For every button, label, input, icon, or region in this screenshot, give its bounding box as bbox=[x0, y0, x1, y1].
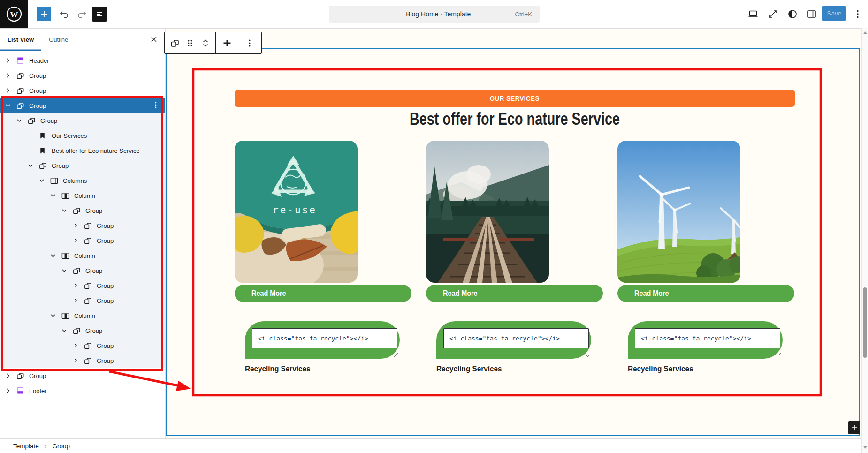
close-sidebar-button[interactable] bbox=[150, 36, 158, 43]
scrollbar-thumb[interactable] bbox=[863, 287, 867, 358]
list-view-item-label: Group bbox=[97, 297, 114, 304]
list-view-item-group[interactable]: Group bbox=[0, 203, 165, 218]
list-view-item-group[interactable]: Group bbox=[0, 218, 165, 233]
chevron-down-icon[interactable] bbox=[39, 178, 50, 183]
list-view-item-group[interactable]: Group bbox=[0, 338, 165, 353]
read-more-button[interactable]: Read More bbox=[235, 285, 411, 302]
list-view-item-group[interactable]: Group bbox=[0, 113, 165, 128]
list-view-item-group[interactable]: Group bbox=[0, 278, 165, 293]
list-view-item-group[interactable]: Group bbox=[0, 293, 165, 308]
tab-list-view[interactable]: List View bbox=[0, 28, 41, 51]
list-view-item-columns[interactable]: Columns bbox=[0, 173, 165, 188]
group-block-icon bbox=[16, 71, 28, 80]
service-label[interactable]: Recycling Services bbox=[436, 364, 502, 374]
group-block-icon bbox=[84, 341, 96, 350]
our-services-banner[interactable]: OUR SERVICES bbox=[235, 90, 795, 107]
styles-button[interactable] bbox=[787, 8, 798, 20]
chevron-right-icon[interactable] bbox=[6, 373, 16, 378]
icon-code-input[interactable]: <i class="fas fa-recycle"></i> bbox=[635, 328, 780, 348]
list-view-item-column[interactable]: Column bbox=[0, 308, 165, 323]
list-view-item-group[interactable]: Group bbox=[0, 368, 165, 383]
chevron-down-icon[interactable] bbox=[17, 118, 27, 123]
chevron-right-icon[interactable] bbox=[73, 283, 84, 288]
icon-code-input[interactable]: <i class="fas fa-recycle"></i> bbox=[252, 328, 397, 348]
list-view-item-label: Column bbox=[74, 252, 95, 259]
chevron-down-icon[interactable] bbox=[62, 328, 72, 333]
chevron-down-icon[interactable] bbox=[6, 103, 16, 108]
block-mover-icons[interactable] bbox=[200, 38, 211, 48]
list-view-item-group[interactable]: Group bbox=[0, 233, 165, 248]
save-button[interactable]: Save bbox=[822, 6, 846, 21]
list-view-item-group[interactable]: Group bbox=[0, 68, 165, 83]
chevron-down-icon[interactable] bbox=[28, 163, 38, 168]
append-block-button[interactable] bbox=[848, 421, 860, 434]
chevron-down-icon[interactable] bbox=[51, 193, 61, 198]
chevron-down-icon[interactable] bbox=[62, 208, 72, 213]
read-more-button[interactable]: Read More bbox=[617, 285, 794, 302]
group-block-icon bbox=[84, 296, 96, 305]
add-block-button[interactable] bbox=[37, 7, 51, 21]
resize-handle-icon[interactable] bbox=[777, 353, 781, 357]
service-label[interactable]: Recycling Services bbox=[628, 364, 693, 374]
chevron-right-icon[interactable] bbox=[6, 88, 16, 93]
chevron-right-icon[interactable] bbox=[6, 58, 16, 63]
chevron-right-icon[interactable] bbox=[73, 358, 84, 363]
breadcrumb-group[interactable]: Group bbox=[52, 443, 70, 450]
service-image-railway-forest[interactable] bbox=[426, 141, 549, 283]
align-icon[interactable] bbox=[222, 38, 232, 48]
fullscreen-button[interactable] bbox=[767, 8, 778, 20]
list-view-item-column[interactable]: Column bbox=[0, 188, 165, 203]
read-more-button[interactable]: Read More bbox=[426, 285, 603, 302]
block-options-kebab-icon[interactable] bbox=[244, 38, 255, 48]
footer-block-icon bbox=[16, 386, 28, 395]
list-view-item-label: Group bbox=[29, 372, 46, 379]
list-view-item-group[interactable]: Group bbox=[0, 263, 165, 278]
scroll-down-icon[interactable] bbox=[863, 445, 868, 449]
chevron-down-icon[interactable] bbox=[51, 313, 61, 318]
resize-handle-icon[interactable] bbox=[394, 353, 398, 357]
list-view-item-footer[interactable]: Footer bbox=[0, 383, 165, 398]
group-block-icon bbox=[72, 326, 84, 335]
list-view-item-group[interactable]: Group bbox=[0, 158, 165, 173]
list-view-item-our-services[interactable]: Our Services bbox=[0, 128, 165, 143]
group-block-icon bbox=[27, 116, 39, 125]
view-button[interactable] bbox=[747, 8, 759, 20]
vertical-scrollbar[interactable] bbox=[861, 28, 868, 453]
undo-button[interactable] bbox=[59, 8, 70, 20]
chevron-right-icon[interactable] bbox=[73, 238, 84, 243]
wordpress-logo[interactable]: W bbox=[0, 0, 28, 28]
service-image-recycle-bag[interactable]: re-use bbox=[235, 141, 358, 283]
scroll-up-icon[interactable] bbox=[863, 31, 868, 35]
chevron-down-icon[interactable] bbox=[62, 268, 72, 273]
group-block-icon[interactable] bbox=[170, 38, 180, 48]
tab-outline[interactable]: Outline bbox=[41, 28, 76, 51]
resize-handle-icon[interactable] bbox=[585, 353, 590, 357]
service-image-wind-turbines[interactable] bbox=[617, 141, 740, 283]
chevron-right-icon[interactable] bbox=[73, 223, 84, 228]
service-label[interactable]: Recycling Services bbox=[245, 364, 310, 374]
options-menu-button[interactable] bbox=[852, 8, 863, 20]
redo-button[interactable] bbox=[76, 8, 87, 20]
item-options-kebab-icon[interactable] bbox=[152, 101, 160, 110]
list-view-item-group[interactable]: Group bbox=[0, 98, 165, 113]
list-view-item-group[interactable]: Group bbox=[0, 83, 165, 98]
settings-sidebar-toggle[interactable] bbox=[806, 8, 817, 20]
command-palette[interactable]: Blog Home · Template Ctrl+K bbox=[329, 6, 540, 23]
list-view-item-best-offer-for-eco-nature-service[interactable]: Best offer for Eco nature Service bbox=[0, 143, 165, 158]
chevron-right-icon[interactable] bbox=[73, 298, 84, 303]
list-view-item-header[interactable]: Header bbox=[0, 53, 165, 68]
list-view-item-group[interactable]: Group bbox=[0, 353, 165, 368]
list-view-item-group[interactable]: Group bbox=[0, 323, 165, 338]
chevron-right-icon[interactable] bbox=[73, 343, 84, 348]
chevron-right-icon[interactable] bbox=[6, 388, 16, 393]
read-more-label: Read More bbox=[251, 289, 286, 298]
icon-code-input[interactable]: <i class="fas fa-recycle"></i> bbox=[443, 328, 589, 348]
drag-handle-icon[interactable] bbox=[185, 38, 195, 48]
list-view-item-column[interactable]: Column bbox=[0, 248, 165, 263]
chevron-right-icon[interactable] bbox=[6, 73, 16, 78]
chevron-down-icon[interactable] bbox=[51, 253, 61, 258]
section-heading[interactable]: Best offer for Eco nature Service bbox=[290, 109, 739, 129]
document-overview-toggle[interactable] bbox=[92, 7, 107, 22]
list-view-item-label: Group bbox=[40, 117, 57, 124]
breadcrumb-template[interactable]: Template bbox=[13, 443, 39, 450]
